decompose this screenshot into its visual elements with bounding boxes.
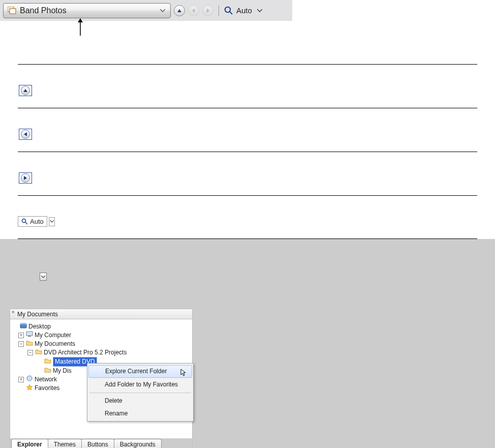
menu-label: Explore Current Folder [105,368,167,375]
network-icon [26,375,35,384]
up-folder-button[interactable] [174,5,185,16]
folder-icon [26,340,35,348]
zoom-auto-small[interactable]: Auto [18,216,477,227]
location-label: Band Photos [20,6,67,15]
tab-backgrounds[interactable]: Backgrounds [114,439,162,448]
reference-cells: Auto [18,64,477,239]
tree-favorites[interactable]: Favorites [35,384,59,393]
menu-separator [89,393,191,393]
close-icon[interactable]: ✕ [11,310,15,315]
menu-label: Rename [105,410,128,417]
chevron-down-icon [160,9,165,12]
tree-dvd-project[interactable]: DVD Architect Pro 5.2 Projects [44,348,127,357]
panel-titlebar: My Documents [10,309,192,319]
magnifier-icon [21,218,28,225]
explorer-panel: ✕ My Documents Desktop + My Computer − [10,309,193,448]
svg-point-2 [225,7,230,12]
back-button[interactable] [188,5,199,16]
chevron-down-icon [257,9,262,12]
tree-desktop[interactable]: Desktop [28,322,51,331]
svg-point-11 [27,376,32,381]
expand-toggle[interactable]: + [18,333,24,338]
zoom-level-control[interactable]: Auto [236,6,262,15]
svg-rect-1 [10,9,16,14]
computer-icon [26,331,35,340]
cell-up [18,64,477,108]
up-folder-button-small[interactable] [19,85,32,96]
tree-my-computer[interactable]: My Computer [35,331,71,340]
panel-tabs: Explorer Themes Buttons Backgrounds [10,438,192,448]
desktop-icon [20,322,28,331]
magnifier-icon [224,6,233,15]
annotation-arrow-up-icon [76,18,84,37]
folder-icon [35,348,44,357]
forward-button-small[interactable] [19,172,32,184]
menu-label: Add Folder to My Favorites [105,381,178,388]
menu-label: Delete [105,397,122,404]
svg-point-5 [22,219,26,223]
menu-explore-folder[interactable]: Explore Current Folder [88,365,192,378]
menu-rename[interactable]: Rename [87,407,192,420]
tree-network[interactable]: Network [35,375,57,384]
svg-line-3 [230,12,232,14]
expand-toggle[interactable]: − [27,350,33,355]
star-icon [26,384,35,393]
lower-region: ✕ My Documents Desktop + My Computer − [0,239,495,448]
location-dropdown[interactable]: Band Photos [3,3,171,18]
svg-rect-7 [20,324,26,328]
menu-delete[interactable]: Delete [87,395,192,407]
back-button-small[interactable] [19,129,32,140]
zoom-small-label: Auto [30,218,44,225]
svg-rect-8 [20,323,26,324]
tab-explorer[interactable]: Explorer [11,439,48,448]
expand-toggle[interactable]: + [18,377,24,382]
toolbar: Band Photos Auto [0,0,292,21]
toolbar-separator [219,5,219,16]
svg-line-6 [25,222,27,224]
zoom-label: Auto [236,6,252,15]
tab-buttons[interactable]: Buttons [81,439,114,448]
tree-my-documents[interactable]: My Documents [35,340,75,348]
cell-zoom: Auto [18,195,477,239]
panel-title: My Documents [17,311,58,318]
forward-button[interactable] [202,5,213,16]
tab-themes[interactable]: Themes [48,439,82,448]
cell-back [18,108,477,152]
svg-rect-9 [26,332,33,336]
chevron-down-icon [49,217,55,226]
svg-rect-10 [28,336,31,337]
expand-toggle[interactable]: − [18,341,24,347]
folder-icon [44,367,53,375]
cell-forward [18,152,477,195]
windows-cascade-icon [8,7,17,15]
tiny-dropdown-button[interactable] [40,273,47,281]
folder-icon [44,357,53,366]
context-menu: Explore Current Folder Add Folder to My … [87,363,192,422]
menu-add-favorite[interactable]: Add Folder to My Favorites [87,378,192,391]
tree-my-dis[interactable]: My Dis [53,367,72,375]
cursor-icon [180,369,188,377]
folder-tree[interactable]: Desktop + My Computer − My Documents − [10,319,192,438]
